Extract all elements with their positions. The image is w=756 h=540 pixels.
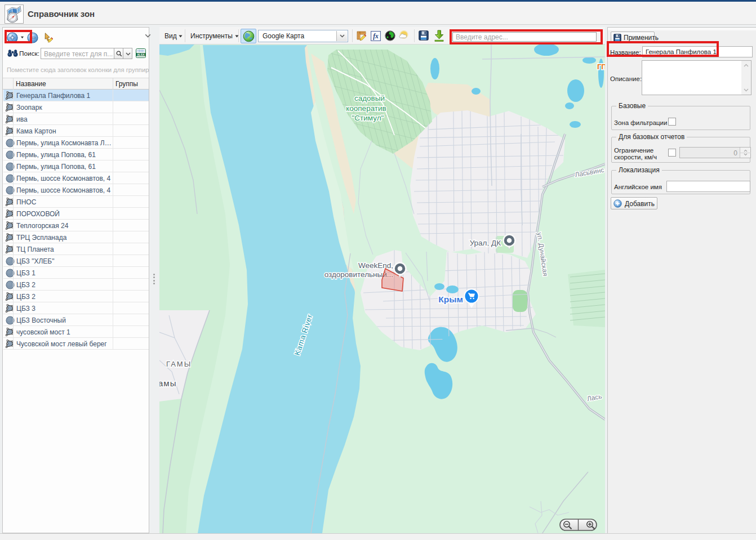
svg-text:Урал, ДК: Урал, ДК bbox=[470, 239, 501, 247]
svg-text:WeekEnd,: WeekEnd, bbox=[358, 261, 393, 270]
svg-text:Крым: Крым bbox=[438, 294, 463, 304]
svg-text:ГП: ГП bbox=[597, 63, 605, 71]
svg-text:fx: fx bbox=[373, 33, 379, 40]
svg-text:ГАМЫ: ГАМЫ bbox=[166, 360, 192, 368]
svg-text:садовый: садовый bbox=[354, 94, 385, 102]
svg-text:амы: амы bbox=[159, 378, 176, 388]
svg-text:"Стимул": "Стимул" bbox=[352, 114, 384, 122]
svg-text:кооператив: кооператив bbox=[346, 104, 386, 113]
svg-text:XLSX: XLSX bbox=[137, 53, 145, 56]
